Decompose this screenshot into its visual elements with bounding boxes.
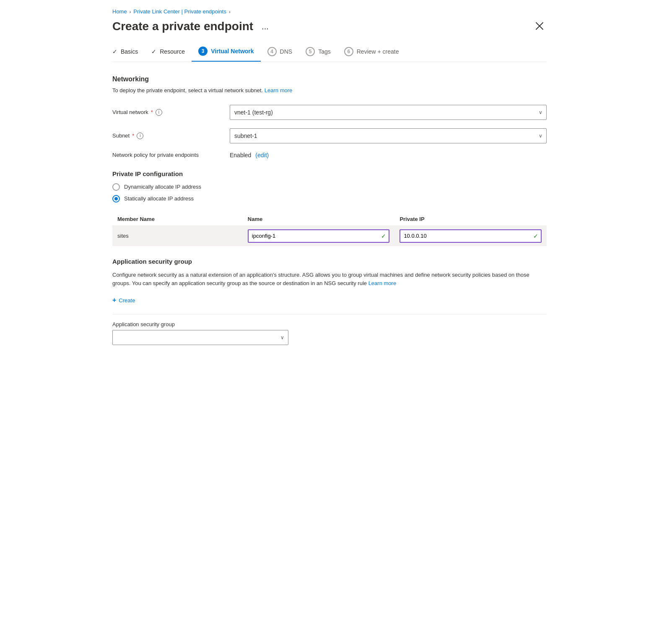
asg-form-label: Application security group — [112, 321, 547, 327]
breadcrumb-home[interactable]: Home — [112, 8, 127, 15]
virtual-network-info-icon[interactable]: i — [156, 109, 162, 116]
member-name-cell: sites — [112, 226, 243, 246]
asg-section: Application security group Configure net… — [112, 258, 547, 345]
plus-icon: + — [112, 296, 116, 304]
virtual-network-select[interactable]: vnet-1 (test-rg) — [230, 105, 547, 120]
network-policy-row: Network policy for private endpoints Ena… — [112, 152, 547, 158]
step-resource-check: ✓ — [151, 48, 156, 55]
virtual-network-control: vnet-1 (test-rg) ∨ — [230, 105, 547, 120]
step-vnet-label: Virtual Network — [211, 48, 254, 55]
breadcrumb-private-link[interactable]: Private Link Center | Private endpoints — [133, 8, 226, 15]
ip-input[interactable] — [400, 229, 542, 243]
breadcrumb-chevron-1: › — [130, 9, 131, 14]
create-label: Create — [119, 297, 135, 304]
asg-create-button[interactable]: + Create — [112, 295, 135, 306]
name-cell: ✓ — [243, 226, 395, 246]
networking-section: Networking To deploy the private endpoin… — [112, 75, 547, 158]
virtual-network-row: Virtual network * i vnet-1 (test-rg) ∨ — [112, 105, 547, 120]
asg-divider — [112, 314, 547, 314]
networking-title: Networking — [112, 75, 547, 83]
step-basics[interactable]: ✓ Basics — [112, 48, 145, 60]
step-tags[interactable]: 5 Tags — [299, 47, 337, 61]
ip-cell: ✓ — [394, 226, 547, 246]
step-dns[interactable]: 4 DNS — [261, 47, 299, 61]
breadcrumb: Home › Private Link Center | Private end… — [112, 8, 547, 15]
subnet-label: Subnet * i — [112, 132, 230, 139]
step-dns-circle: 4 — [267, 47, 277, 56]
private-ip-title: Private IP configuration — [112, 170, 547, 177]
step-tags-label: Tags — [318, 48, 331, 55]
ellipsis-button[interactable]: ... — [258, 20, 272, 33]
network-policy-value: Enabled — [230, 152, 251, 158]
virtual-network-dropdown-wrapper: vnet-1 (test-rg) ∨ — [230, 105, 547, 120]
table-row: sites ✓ ✓ — [112, 226, 547, 246]
page-title-area: Create a private endpoint ... — [112, 20, 272, 33]
subnet-control: subnet-1 ∨ — [230, 128, 547, 143]
step-tags-circle: 5 — [306, 47, 315, 56]
asg-desc: Configure network security as a natural … — [112, 271, 547, 288]
subnet-dropdown-wrapper: subnet-1 ∨ — [230, 128, 547, 143]
asg-learn-more[interactable]: Learn more — [368, 280, 396, 286]
virtual-network-required: * — [151, 109, 153, 115]
step-basics-label: Basics — [121, 48, 138, 55]
col-member-header: Member Name — [112, 213, 243, 226]
close-button[interactable] — [532, 21, 547, 33]
asg-dropdown-wrapper: ∨ — [112, 330, 288, 345]
dynamic-radio-button[interactable] — [112, 183, 120, 191]
step-resource-label: Resource — [160, 48, 185, 55]
network-policy-edit-link[interactable]: (edit) — [255, 152, 269, 158]
ip-allocation-radio-group: Dynamically allocate IP address Statical… — [112, 183, 547, 203]
steps-nav: ✓ Basics ✓ Resource 3 Virtual Network 4 … — [112, 47, 547, 62]
step-review-create-label: Review + create — [357, 48, 399, 55]
dynamic-allocation-label: Dynamically allocate IP address — [124, 184, 201, 190]
networking-desc: To deploy the private endpoint, select a… — [112, 86, 547, 95]
step-resource[interactable]: ✓ Resource — [145, 48, 192, 60]
subnet-row: Subnet * i subnet-1 ∨ — [112, 128, 547, 143]
virtual-network-label: Virtual network * i — [112, 109, 230, 116]
asg-select[interactable] — [112, 330, 288, 345]
static-radio-dot — [114, 197, 118, 200]
ip-input-wrapper: ✓ — [400, 229, 542, 243]
static-radio-button[interactable] — [112, 195, 120, 203]
static-allocation-label: Statically allocate IP address — [124, 195, 194, 202]
private-ip-section: Private IP configuration Dynamically all… — [112, 170, 547, 246]
network-policy-label: Network policy for private endpoints — [112, 152, 230, 158]
networking-learn-more[interactable]: Learn more — [265, 87, 292, 93]
network-policy-value-area: Enabled (edit) — [230, 152, 269, 158]
subnet-required: * — [132, 132, 134, 139]
step-dns-label: DNS — [280, 48, 293, 55]
breadcrumb-chevron-2: › — [229, 9, 231, 14]
name-input[interactable] — [248, 229, 390, 243]
name-check-icon: ✓ — [381, 233, 386, 239]
page-header: Create a private endpoint ... — [112, 20, 547, 33]
page-title: Create a private endpoint — [112, 20, 253, 33]
step-review-circle: 6 — [344, 47, 353, 56]
step-review-create[interactable]: 6 Review + create — [337, 47, 406, 61]
col-ip-header: Private IP — [394, 213, 547, 226]
asg-title: Application security group — [112, 258, 547, 265]
name-input-wrapper: ✓ — [248, 229, 390, 243]
col-name-header: Name — [243, 213, 395, 226]
step-basics-check: ✓ — [112, 48, 117, 55]
subnet-info-icon[interactable]: i — [137, 132, 143, 139]
ip-check-icon: ✓ — [533, 233, 538, 239]
ip-config-table: Member Name Name Private IP sites ✓ — [112, 213, 547, 246]
static-allocation-option[interactable]: Statically allocate IP address — [112, 195, 547, 203]
step-vnet-circle: 3 — [198, 47, 208, 56]
step-virtual-network[interactable]: 3 Virtual Network — [192, 47, 260, 62]
dynamic-allocation-option[interactable]: Dynamically allocate IP address — [112, 183, 547, 191]
subnet-select[interactable]: subnet-1 — [230, 128, 547, 143]
